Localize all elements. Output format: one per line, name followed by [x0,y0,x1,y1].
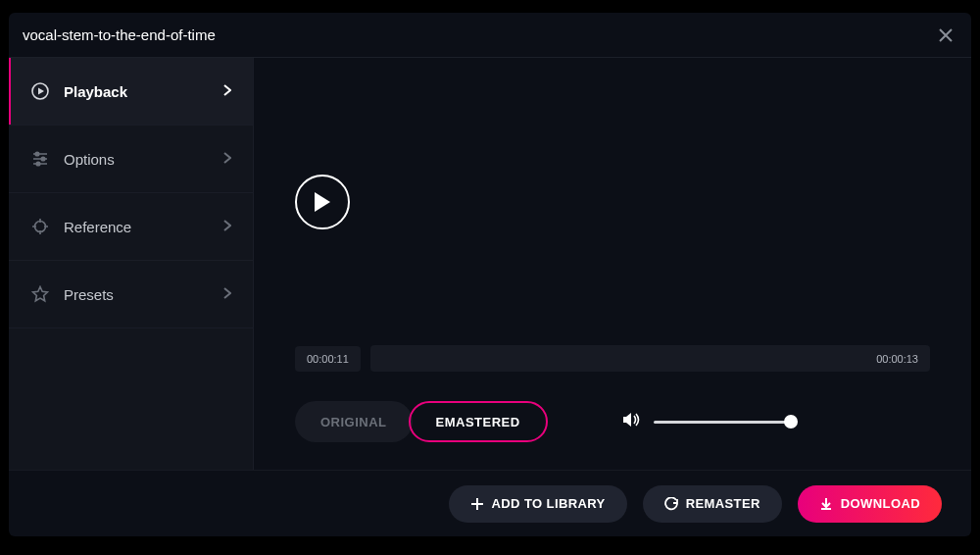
mode-toggle: ORIGINAL EMASTERED [295,401,548,442]
close-button[interactable] [934,24,957,47]
button-label: REMASTER [686,496,760,511]
svg-point-3 [36,162,40,166]
file-title: vocal-stem-to-the-end-of-time [23,26,934,43]
main-panel: 00:00:11 00:00:13 ORIGINAL EMASTERED [254,58,971,470]
progress-bar[interactable]: 00:00:13 [370,345,930,372]
controls-row: ORIGINAL EMASTERED [254,383,971,470]
chevron-right-icon [223,285,231,303]
remaster-button[interactable]: REMASTER [643,485,782,523]
add-to-library-button[interactable]: ADD TO LIBRARY [449,485,627,523]
chevron-right-icon [223,150,231,168]
sidebar-item-playback[interactable]: Playback [9,58,253,126]
sidebar-item-label: Reference [64,219,223,235]
sidebar-item-options[interactable]: Options [9,126,253,193]
sidebar-item-reference[interactable]: Reference [9,193,253,261]
volume-thumb[interactable] [784,415,798,429]
svg-point-1 [35,152,39,156]
chevron-right-icon [223,218,231,235]
mastering-modal: vocal-stem-to-the-end-of-time Playback O… [9,13,971,536]
play-circle-icon [30,81,50,101]
button-label: DOWNLOAD [841,496,920,511]
svg-point-4 [35,222,46,232]
chevron-right-icon [223,82,231,100]
sidebar: Playback Options Reference [9,58,254,470]
button-label: ADD TO LIBRARY [492,496,606,511]
modal-body: Playback Options Reference [9,58,971,470]
close-icon [938,27,954,43]
target-icon [30,217,50,236]
current-time: 00:00:11 [295,346,361,372]
volume-slider[interactable] [654,421,791,424]
volume-control [622,412,791,431]
time-row: 00:00:11 00:00:13 [254,345,971,383]
sidebar-item-label: Presets [64,286,223,303]
svg-point-2 [41,157,45,161]
play-button[interactable] [295,175,350,229]
mode-emastered[interactable]: EMASTERED [409,401,548,442]
play-icon [313,191,332,213]
duration: 00:00:13 [876,353,918,365]
download-button[interactable]: DOWNLOAD [798,485,942,523]
plus-icon [470,497,484,511]
sidebar-item-presets[interactable]: Presets [9,261,253,328]
star-icon [30,284,50,304]
modal-header: vocal-stem-to-the-end-of-time [9,13,971,58]
mode-original[interactable]: ORIGINAL [295,401,413,442]
volume-icon[interactable] [622,412,640,431]
sidebar-item-label: Playback [64,83,223,100]
waveform-display[interactable] [368,114,930,290]
sidebar-item-label: Options [64,151,223,168]
modal-footer: ADD TO LIBRARY REMASTER DOWNLOAD [9,470,971,536]
download-icon [819,497,833,511]
waveform-area [254,58,971,345]
sliders-icon [30,149,50,169]
refresh-icon [664,497,678,511]
